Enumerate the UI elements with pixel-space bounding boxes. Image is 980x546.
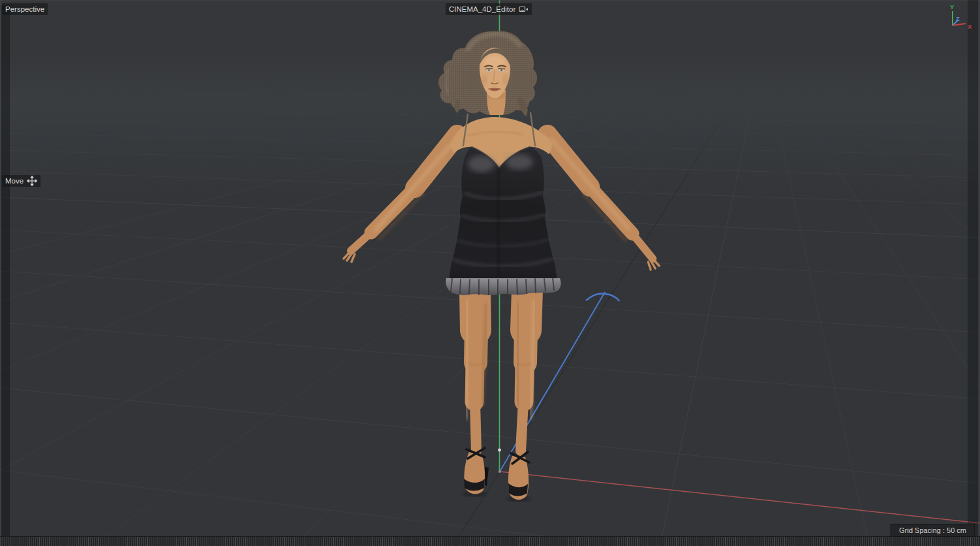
axis-x-label: X xyxy=(968,23,972,30)
dress[interactable] xyxy=(449,147,557,279)
grid-spacing-status: Grid Spacing : 50 cm xyxy=(890,524,975,537)
move-tool-icon xyxy=(27,176,37,186)
editor-camera-icon xyxy=(519,6,529,13)
camera-label-text: CINEMA_4D_Editor xyxy=(449,4,515,14)
grid-spacing-text: Grid Spacing : 50 cm xyxy=(899,526,966,534)
gizmo-origin-dot[interactable] xyxy=(498,470,501,473)
view-label-text: Perspective xyxy=(5,4,44,14)
gizmo-handle-dot[interactable] xyxy=(498,449,501,452)
viewport-3d[interactable]: Perspective CINEMA_4D_Editor Move Y Z xyxy=(0,0,980,546)
axis-y-label: Y xyxy=(950,3,955,10)
hud-view-label[interactable]: Perspective xyxy=(2,3,48,15)
axis-orientation-gizmo: Y Z X xyxy=(943,1,975,34)
timeline-ruler[interactable] xyxy=(0,536,980,546)
hud-tool-label[interactable]: Move xyxy=(2,175,41,187)
dress-ruffle xyxy=(446,278,561,295)
scene-canvas[interactable] xyxy=(0,0,980,546)
tool-label-text: Move xyxy=(5,176,24,186)
hud-camera-label[interactable]: CINEMA_4D_Editor xyxy=(446,3,532,15)
